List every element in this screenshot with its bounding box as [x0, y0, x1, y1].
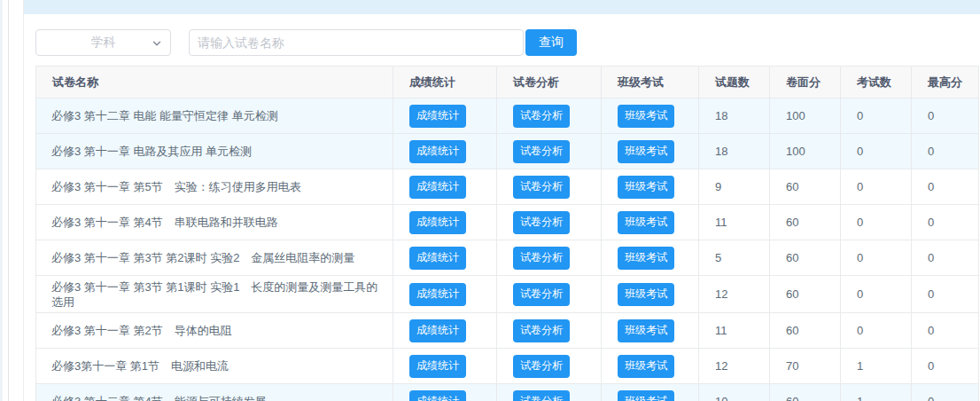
paper-analysis-cell: 试卷分析 — [497, 98, 602, 134]
table-row: 必修3 第十一章 第4节 串联电路和并联电路 成绩统计 试卷分析 班级考试 11… — [36, 205, 979, 240]
paper-name-cell: 必修3 第十一章 第3节 第1课时 实验1 长度的测量及测量工具的选用 — [36, 276, 393, 313]
table-row: 必修3 第十一章 电路及其应用 单元检测 成绩统计 试卷分析 班级考试 18 1… — [36, 134, 979, 169]
left-gutter-divider — [8, 0, 9, 401]
score-stats-cell: 成绩统计 — [393, 169, 497, 205]
class-exam-button[interactable]: 班级考试 — [618, 105, 674, 128]
paper-name-cell: 必修3 第十一章 电路及其应用 单元检测 — [36, 134, 393, 169]
col-header-highest-score: 最高分 — [912, 67, 979, 98]
score-stats-button[interactable]: 成绩统计 — [409, 247, 466, 270]
paper-name-cell: 必修3 第十二章 第4节 能源与可持续发展 — [36, 384, 393, 401]
score-stats-cell: 成绩统计 — [393, 134, 497, 169]
highest-score-cell: 0 — [912, 205, 979, 240]
class-exam-cell: 班级考试 — [602, 205, 699, 240]
paper-analysis-button[interactable]: 试卷分析 — [513, 211, 570, 234]
class-exam-button[interactable]: 班级考试 — [618, 176, 674, 199]
col-header-question-count: 试题数 — [699, 67, 770, 98]
class-exam-button[interactable]: 班级考试 — [618, 140, 674, 163]
col-header-paper-analysis: 试卷分析 — [497, 67, 602, 98]
highest-score-cell: 0 — [912, 169, 979, 205]
class-exam-button[interactable]: 班级考试 — [618, 247, 674, 270]
left-edge-strip — [0, 0, 3, 401]
class-exam-cell: 班级考试 — [602, 134, 699, 169]
paper-score-cell: 70 — [770, 349, 841, 384]
table-row: 必修3 第十二章 电能 能量守恒定律 单元检测 成绩统计 试卷分析 班级考试 1… — [36, 98, 979, 134]
score-stats-button[interactable]: 成绩统计 — [409, 140, 466, 163]
paper-score-cell: 60 — [770, 240, 841, 276]
class-exam-cell: 班级考试 — [602, 349, 699, 384]
paper-analysis-cell: 试卷分析 — [497, 240, 602, 276]
paper-analysis-cell: 试卷分析 — [497, 349, 602, 384]
class-exam-cell: 班级考试 — [602, 169, 699, 205]
highest-score-cell: 0 — [912, 384, 979, 401]
table-row: 必修3 第十一章 第3节 第2课时 实验2 金属丝电阻率的测量 成绩统计 试卷分… — [36, 240, 979, 276]
subject-select[interactable]: 学科 — [35, 29, 171, 56]
paper-analysis-button[interactable]: 试卷分析 — [513, 105, 570, 128]
paper-analysis-cell: 试卷分析 — [497, 276, 602, 313]
col-header-paper-score: 卷面分 — [770, 67, 841, 98]
class-exam-button[interactable]: 班级考试 — [618, 283, 674, 306]
paper-analysis-button[interactable]: 试卷分析 — [513, 283, 570, 306]
table-row: 必修3 第十一章 第5节 实验：练习使用多用电表 成绩统计 试卷分析 班级考试 … — [36, 169, 979, 205]
paper-analysis-button[interactable]: 试卷分析 — [513, 390, 570, 401]
paper-analysis-cell: 试卷分析 — [497, 313, 602, 349]
class-exam-cell: 班级考试 — [602, 384, 699, 401]
paper-score-cell: 100 — [770, 134, 841, 169]
question-count-cell: 11 — [699, 313, 770, 349]
score-stats-button[interactable]: 成绩统计 — [409, 390, 466, 401]
score-stats-cell: 成绩统计 — [393, 240, 497, 276]
paper-name-cell: 必修3 第十二章 电能 能量守恒定律 单元检测 — [36, 98, 393, 134]
class-exam-cell: 班级考试 — [602, 240, 699, 276]
highest-score-cell: 0 — [912, 98, 979, 134]
question-count-cell: 12 — [699, 276, 770, 313]
table-row: 必修3第十一章 第1节 电源和电流 成绩统计 试卷分析 班级考试 12 70 1… — [36, 349, 979, 384]
question-count-cell: 12 — [699, 349, 770, 384]
highest-score-cell: 0 — [912, 349, 979, 384]
class-exam-button[interactable]: 班级考试 — [618, 211, 674, 234]
paper-name-search-input[interactable] — [189, 29, 524, 56]
class-exam-button[interactable]: 班级考试 — [618, 319, 674, 342]
table-row: 必修3 第十一章 第3节 第1课时 实验1 长度的测量及测量工具的选用 成绩统计… — [36, 276, 979, 313]
score-stats-button[interactable]: 成绩统计 — [409, 105, 466, 128]
top-banner — [24, 0, 980, 14]
highest-score-cell: 0 — [912, 240, 979, 276]
score-stats-button[interactable]: 成绩统计 — [409, 283, 466, 306]
question-count-cell: 18 — [699, 134, 770, 169]
col-header-class-exam: 班级考试 — [602, 67, 699, 98]
score-stats-cell: 成绩统计 — [393, 205, 497, 240]
class-exam-cell: 班级考试 — [602, 276, 699, 313]
class-exam-button[interactable]: 班级考试 — [618, 355, 674, 378]
chevron-down-icon — [152, 38, 162, 49]
paper-analysis-button[interactable]: 试卷分析 — [513, 319, 570, 342]
score-stats-button[interactable]: 成绩统计 — [409, 211, 466, 234]
score-stats-button[interactable]: 成绩统计 — [409, 319, 466, 342]
class-exam-cell: 班级考试 — [602, 313, 699, 349]
paper-analysis-button[interactable]: 试卷分析 — [513, 140, 570, 163]
question-count-cell: 10 — [699, 384, 770, 401]
class-exam-button[interactable]: 班级考试 — [618, 390, 674, 401]
paper-analysis-button[interactable]: 试卷分析 — [513, 247, 570, 270]
score-stats-button[interactable]: 成绩统计 — [409, 176, 466, 199]
score-stats-button[interactable]: 成绩统计 — [409, 355, 466, 378]
paper-score-cell: 60 — [770, 384, 841, 401]
question-count-cell: 9 — [699, 169, 770, 205]
panel-left-border — [23, 0, 24, 401]
paper-name-cell: 必修3 第十一章 第3节 第2课时 实验2 金属丝电阻率的测量 — [36, 240, 393, 276]
paper-analysis-cell: 试卷分析 — [497, 205, 602, 240]
question-count-cell: 18 — [699, 98, 770, 134]
exam-count-cell: 0 — [841, 240, 912, 276]
class-exam-cell: 班级考试 — [602, 98, 699, 134]
score-stats-cell: 成绩统计 — [393, 384, 497, 401]
highest-score-cell: 0 — [912, 313, 979, 349]
paper-analysis-button[interactable]: 试卷分析 — [513, 176, 570, 199]
table-row: 必修3 第十二章 第4节 能源与可持续发展 成绩统计 试卷分析 班级考试 10 … — [36, 384, 979, 401]
exam-count-cell: 0 — [841, 98, 912, 134]
paper-analysis-button[interactable]: 试卷分析 — [513, 355, 570, 378]
col-header-exam-count: 考试数 — [841, 67, 912, 98]
filter-bar: 学科 查询 — [35, 29, 980, 56]
paper-name-cell: 必修3第十一章 第1节 电源和电流 — [36, 349, 393, 384]
paper-score-cell: 60 — [770, 205, 841, 240]
question-count-cell: 11 — [699, 205, 770, 240]
search-button[interactable]: 查询 — [525, 29, 577, 56]
subject-select-placeholder: 学科 — [91, 35, 116, 51]
table-header-row: 试卷名称 成绩统计 试卷分析 班级考试 试题数 卷面分 考试数 最高分 — [36, 67, 979, 98]
